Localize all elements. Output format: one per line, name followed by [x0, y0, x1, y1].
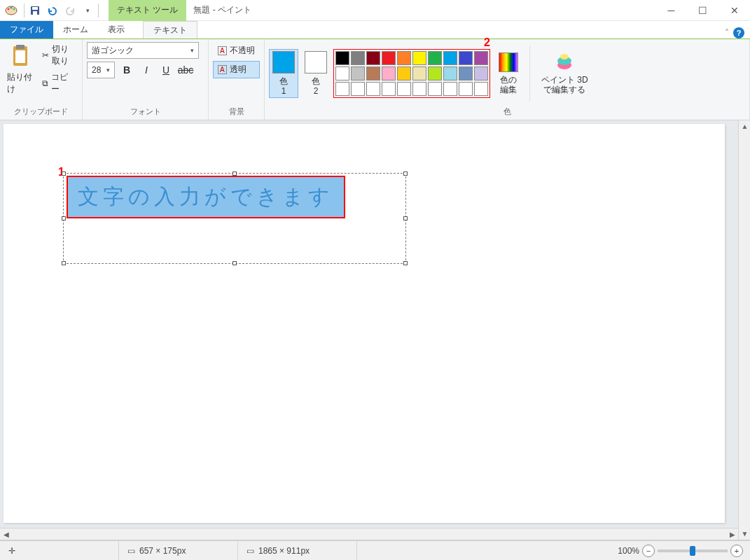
font-size-combobox[interactable]: 28▾ [87, 62, 115, 78]
color-swatch[interactable] [382, 66, 396, 80]
zoom-in-button[interactable]: + [730, 545, 743, 557]
copy-icon: ⧉ [42, 78, 48, 88]
canvas-text[interactable]: 文字の入力ができます [68, 177, 344, 217]
color-swatch[interactable] [351, 51, 365, 65]
view-tab[interactable]: 表示 [98, 21, 134, 38]
edit-colors-button[interactable]: 色の 編集 [493, 51, 524, 97]
italic-button[interactable]: I [139, 62, 154, 78]
context-tool-label: テキスト ツール [109, 0, 186, 21]
color-swatch[interactable] [443, 51, 457, 65]
color-swatch[interactable] [459, 82, 473, 96]
color-swatch[interactable] [412, 66, 426, 80]
color1-button[interactable]: 色 1 [269, 49, 298, 99]
zoom-slider[interactable] [658, 550, 728, 552]
file-size-cell [357, 541, 611, 560]
color-swatch[interactable] [382, 82, 396, 96]
opaque-option[interactable]: A不透明 [213, 42, 260, 59]
svg-point-2 [11, 6, 13, 8]
color-swatch[interactable] [459, 51, 473, 65]
clipboard-icon [9, 43, 32, 69]
window-title: 無題 - ペイント [193, 4, 251, 16]
status-bar: ✛ ▭ 657 × 175px ▭ 1865 × 911px 100% − + [0, 540, 750, 560]
cursor-position-cell: ✛ [0, 541, 119, 560]
color-swatch[interactable] [397, 82, 411, 96]
color-swatch[interactable] [443, 82, 457, 96]
annotation-2: 2 [484, 36, 490, 49]
app-icon [4, 4, 18, 18]
selection-size-icon: ▭ [127, 546, 135, 556]
color-palette [333, 49, 490, 98]
color-swatch[interactable] [366, 66, 380, 80]
undo-button[interactable] [45, 3, 60, 18]
color-swatch[interactable] [474, 51, 488, 65]
svg-rect-5 [32, 7, 38, 10]
maximize-button[interactable]: ☐ [687, 0, 718, 21]
zoom-out-button[interactable]: − [642, 545, 655, 557]
text-tab[interactable]: テキスト [143, 21, 197, 38]
color-swatch[interactable] [335, 82, 349, 96]
svg-rect-8 [16, 45, 25, 49]
qat-customize-button[interactable]: ▾ [80, 3, 95, 18]
color-swatch[interactable] [474, 82, 488, 96]
color2-button[interactable]: 色 2 [301, 49, 331, 99]
underline-button[interactable]: U [158, 62, 174, 78]
color-swatch[interactable] [351, 82, 365, 96]
crosshair-icon: ✛ [8, 546, 15, 556]
color-swatch[interactable] [351, 66, 365, 80]
color-swatch[interactable] [412, 82, 426, 96]
zoom-level: 100% [618, 546, 639, 556]
rainbow-icon [499, 52, 518, 72]
color-swatch[interactable] [428, 82, 442, 96]
canvas-size-icon: ▭ [246, 546, 254, 556]
color-swatch[interactable] [459, 66, 473, 80]
color-swatch[interactable] [412, 51, 426, 65]
color-swatch[interactable] [366, 51, 380, 65]
color-swatch[interactable] [397, 66, 411, 80]
svg-point-3 [13, 8, 15, 10]
horizontal-scrollbar[interactable]: ◀ ▶ [0, 528, 738, 540]
color-swatch[interactable] [335, 51, 349, 65]
font-group: 游ゴシック▾ 28▾ B I U abc フォント [83, 39, 209, 120]
text-highlight-box: 文字の入力ができます [67, 176, 345, 218]
font-name-combobox[interactable]: 游ゴシック▾ [87, 42, 199, 59]
svg-point-12 [560, 54, 569, 59]
color-swatch[interactable] [366, 82, 380, 96]
color-swatch[interactable] [335, 66, 349, 80]
canvas[interactable]: 1 文字の入力ができます [4, 124, 725, 523]
strikethrough-button[interactable]: abc [178, 62, 193, 78]
paste-button[interactable]: 貼り付け [4, 42, 36, 97]
selection-size-cell: ▭ 657 × 175px [119, 541, 238, 560]
home-tab[interactable]: ホーム [53, 21, 98, 38]
color1-swatch [272, 51, 295, 74]
colors-label: 色 [269, 105, 745, 118]
color-swatch[interactable] [443, 66, 457, 80]
paint3d-icon [555, 52, 574, 72]
scissors-icon: ✂ [42, 50, 49, 60]
color-swatch[interactable] [382, 51, 396, 65]
color-swatch[interactable] [428, 66, 442, 80]
minimize-button[interactable]: ─ [655, 0, 687, 21]
svg-rect-6 [33, 11, 37, 15]
color-swatch[interactable] [474, 66, 488, 80]
color-swatch[interactable] [397, 51, 411, 65]
tabs-row: ファイル ホーム 表示 テキスト ˄ ? [0, 21, 750, 38]
cut-button[interactable]: ✂切り取り [39, 42, 78, 69]
zoom-controls: 100% − + [611, 545, 750, 557]
clipboard-group: 貼り付け ✂切り取り ⧉コピー クリップボード [0, 39, 83, 120]
help-icon[interactable]: ? [733, 27, 744, 38]
redo-button[interactable] [62, 3, 78, 18]
save-button[interactable] [27, 3, 43, 18]
color-swatch[interactable] [428, 51, 442, 65]
ribbon: 貼り付け ✂切り取り ⧉コピー クリップボード 游ゴシック▾ 28▾ B I U… [0, 38, 750, 120]
copy-button[interactable]: ⧉コピー [39, 70, 78, 97]
bold-button[interactable]: B [119, 62, 134, 78]
transparent-option[interactable]: A透明 [213, 61, 260, 78]
paint3d-button[interactable]: ペイント 3D で編集する [536, 51, 594, 97]
close-button[interactable]: ✕ [718, 0, 750, 21]
quick-access-toolbar: ▾ [27, 3, 95, 18]
color2-swatch [305, 51, 327, 74]
vertical-scrollbar[interactable]: ▲ ▼ [738, 120, 750, 540]
file-tab[interactable]: ファイル [0, 21, 53, 38]
background-label: 背景 [213, 105, 260, 118]
collapse-ribbon-icon[interactable]: ˄ [725, 28, 729, 38]
